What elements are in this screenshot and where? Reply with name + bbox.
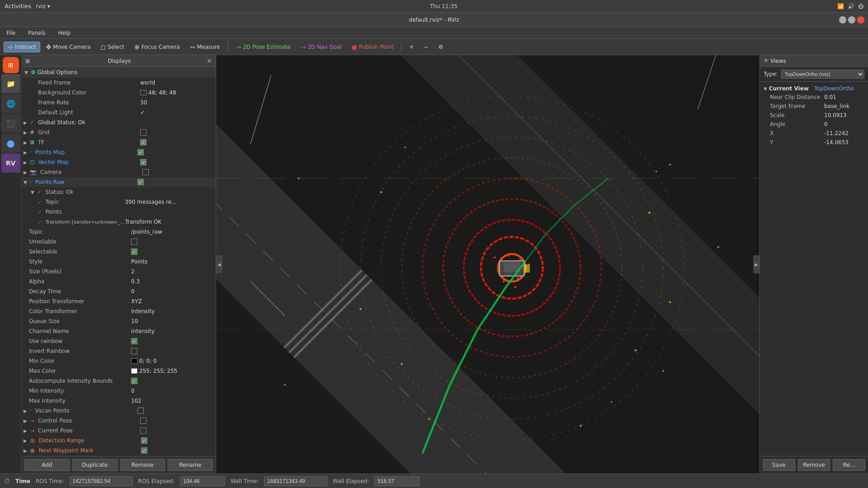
views-save-button[interactable]: Save [763,459,795,471]
global-options-header[interactable]: ▼ ⚙ Global Options [22,67,216,78]
max-color-value[interactable]: 255; 255; 255 [131,368,177,374]
zoom-out-button[interactable]: − [420,42,432,52]
move-camera-button[interactable]: ✥ Move Camera [42,42,95,52]
topic-value[interactable]: /points_raw [131,229,214,235]
duplicate-button[interactable]: Duplicate [72,459,118,471]
points-raw-header-row[interactable]: ▼ · Points Raw [22,177,216,187]
wall-elapsed-input[interactable] [374,476,420,486]
maximize-button[interactable] [848,16,855,23]
settings-button[interactable]: ⚙ [434,42,447,52]
svg-rect-40 [524,264,530,272]
interact-button[interactable]: ⊹ Interact [4,42,40,52]
position-transformer-value[interactable]: XYZ [131,298,214,305]
app-indicator[interactable]: rviz ▾ [36,3,50,9]
activities-button[interactable]: Activities [5,3,31,9]
y-value[interactable]: -14.0653 [824,139,864,145]
grid-check[interactable] [140,129,146,136]
views-more-button[interactable]: Re... [833,459,865,471]
x-value[interactable]: -11.2242 [824,130,864,136]
menu-file[interactable]: File [4,29,18,37]
tf-row[interactable]: ▶ ⊞ TF [22,137,216,147]
select-button[interactable]: ◻ Select [96,42,128,52]
ubuntu-logo[interactable]: ⊞ [3,57,19,73]
vscan-points-row[interactable]: ▶ · Vscan Points [22,406,216,416]
add-button[interactable]: Add [24,459,70,471]
rviz-icon[interactable]: RV [1,154,20,173]
menu-panels[interactable]: Panels [25,29,48,37]
min-color-value[interactable]: 0; 0; 0 [131,358,157,364]
topic-status-row: ✓ Topic 390 messages re... [22,197,216,207]
next-waypoint-check[interactable] [141,447,147,454]
queue-size-value[interactable]: 10 [131,318,214,324]
current-pose-check[interactable] [140,427,146,434]
default-light-check[interactable]: ✓ [140,109,214,116]
minimize-button[interactable] [839,16,846,23]
camera-row[interactable]: ▶ 📷 Camera [22,167,216,177]
current-pose-row[interactable]: ▶ → Current Pose [22,426,216,436]
global-status-row[interactable]: ▶ ✓ Global Status: Ok [22,117,216,127]
control-pose-row[interactable]: ▶ → Control Pose [22,416,216,426]
points-map-check[interactable] [137,149,144,155]
views-remove-button[interactable]: Remove [798,459,830,471]
pose-estimate-button[interactable]: → 2D Pose Estimate [232,42,295,52]
channel-name-row: Channel Name intensity [22,326,216,336]
alpha-value[interactable]: 0.3 [131,278,214,285]
scale-value[interactable]: 10.0913 [824,112,864,118]
vscode-icon[interactable]: ⬤ [1,134,20,153]
displays-close-button[interactable]: ✕ [207,57,212,65]
remove-button[interactable]: Remove [120,459,165,471]
tf-check[interactable] [140,139,146,145]
color-transformer-value[interactable]: Intensity [131,308,214,314]
measure-button[interactable]: ⇿ Measure [186,42,224,52]
target-frame-value[interactable]: base_link [824,103,864,109]
background-color-value[interactable]: 48; 48; 48 [140,89,176,96]
frame-rate-value[interactable]: 30 [140,99,214,106]
close-button[interactable] [857,16,864,23]
autocompute-check[interactable] [131,378,137,384]
detection-range-row[interactable]: ▶ ⊗ Detection Range [22,436,216,446]
power-icon: ⏻ [858,3,863,9]
publish-point-button[interactable]: ● Publish Point [348,42,398,52]
near-clip-value[interactable]: 0.01 [824,94,864,100]
current-pose-label: Current Pose [36,427,140,434]
ros-time-input[interactable] [70,476,133,486]
rename-button[interactable]: Rename [168,459,213,471]
camera-check[interactable] [142,169,149,175]
grid-row[interactable]: ▶ # Grid [22,127,216,137]
decay-time-value[interactable]: 0 [131,288,214,295]
browser-icon[interactable]: 🌐 [1,94,20,113]
max-intensity-value[interactable]: 102 [131,398,214,404]
fixed-frame-value[interactable]: world [140,80,214,86]
detection-range-check[interactable] [141,437,147,444]
vector-map-row[interactable]: ▶ ⬡ Vector Map [22,157,216,167]
unreliable-check[interactable] [131,239,137,245]
points-raw-check[interactable] [137,179,144,185]
nav-goal-button[interactable]: → 2D Nav Goal [297,42,346,52]
collapse-right-button[interactable]: ▶ [753,255,760,273]
invert-rainbow-check[interactable] [131,348,137,354]
min-intensity-value[interactable]: 0 [131,388,214,394]
wall-time-input[interactable] [264,476,327,486]
collapse-left-button[interactable]: ◀ [216,255,222,273]
views-type-select[interactable]: TopDownOrtho (rviz) [781,70,864,79]
use-rainbow-check[interactable] [131,338,137,344]
selectable-check[interactable] [131,249,137,255]
size-pixels-value[interactable]: 2 [131,268,214,275]
next-waypoint-row[interactable]: ▶ ⊕ Next Waypoint Mark [22,446,216,455]
style-value[interactable]: Points [131,258,214,265]
channel-name-value[interactable]: intensity [131,328,214,334]
terminal-icon[interactable]: ⬛ [1,114,20,133]
focus-camera-button[interactable]: ⊕ Focus Camera [130,42,184,52]
menu-help[interactable]: Help [56,29,73,37]
ros-elapsed-input[interactable] [180,476,225,486]
files-icon[interactable]: 📁 [1,74,20,93]
vscan-check[interactable] [137,408,144,414]
svg-point-27 [635,349,637,352]
points-map-row[interactable]: ▶ · Points Map [22,147,216,157]
zoom-in-button[interactable]: + [405,42,418,52]
3d-viewport[interactable]: ◀ ▶ [216,55,760,474]
vector-map-check[interactable] [140,159,146,165]
angle-value[interactable]: 0 [824,121,864,127]
displays-content[interactable]: ▼ ⚙ Global Options Fixed Frame world Bac… [22,67,216,456]
control-pose-check[interactable] [140,418,146,424]
